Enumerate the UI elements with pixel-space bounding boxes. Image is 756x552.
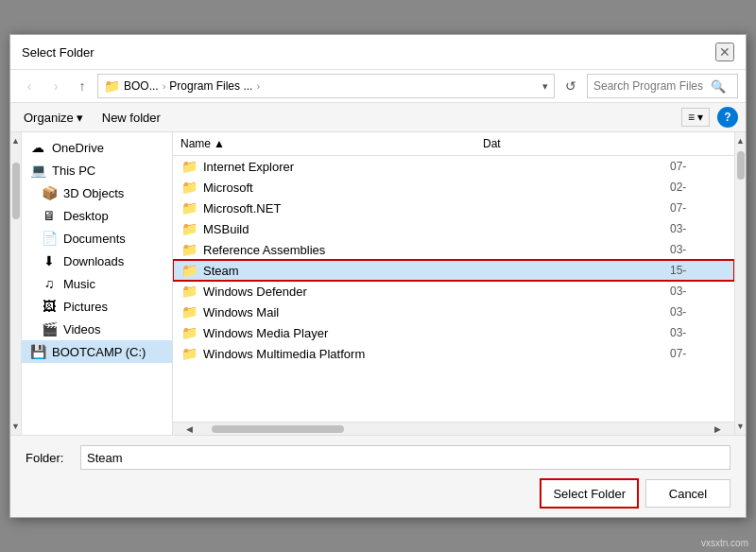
view-chevron: ▾ bbox=[697, 111, 703, 124]
downloads-icon: ⬇ bbox=[41, 253, 58, 268]
file-name-steam: Steam bbox=[203, 264, 664, 278]
this-pc-icon: 💻 bbox=[29, 163, 46, 178]
sidebar-item-downloads[interactable]: ⬇ Downloads bbox=[22, 250, 172, 272]
horizontal-scrollbar[interactable]: ◀ ▶ bbox=[173, 422, 734, 435]
sidebar-label-documents: Documents bbox=[63, 232, 126, 246]
address-sep1: › bbox=[163, 80, 166, 92]
file-row-microsoft-net[interactable]: 📁 Microsoft.NET 07- bbox=[173, 198, 734, 218]
dialog-title: Select Folder bbox=[22, 45, 94, 60]
sidebar-label-3d-objects: 3D Objects bbox=[63, 186, 124, 200]
file-name-windows-mail: Windows Mail bbox=[203, 305, 664, 319]
file-name-reference-assemblies: Reference Assemblies bbox=[203, 243, 664, 257]
sidebar-item-documents[interactable]: 📄 Documents bbox=[22, 227, 172, 250]
sidebar-label-music: Music bbox=[63, 277, 95, 291]
3d-objects-icon: 📦 bbox=[41, 185, 58, 200]
watermark: vxsxtn.com bbox=[701, 538, 748, 548]
file-date-windows-mail: 03- bbox=[670, 305, 727, 319]
sidebar-label-bootcamp: BOOTCAMP (C:) bbox=[52, 345, 146, 359]
sidebar-item-onedrive[interactable]: ☁ OneDrive bbox=[22, 136, 172, 159]
sidebar-label-videos: Videos bbox=[63, 322, 101, 336]
close-button[interactable]: ✕ bbox=[715, 43, 734, 61]
folder-icon-internet-explorer: 📁 bbox=[180, 159, 198, 174]
file-name-windows-multimedia-platform: Windows Multimedia Platform bbox=[203, 347, 664, 361]
search-box: 🔍 bbox=[587, 74, 738, 98]
address-bar[interactable]: 📁 BOO... › Program Files ... › ▾ bbox=[97, 74, 555, 98]
scroll-up-arrow[interactable]: ▲ bbox=[10, 134, 22, 147]
file-row-microsoft[interactable]: 📁 Microsoft 02- bbox=[173, 177, 734, 198]
folder-icon-microsoft: 📁 bbox=[180, 180, 198, 195]
file-scrollbar-thumb bbox=[737, 151, 745, 180]
main-area: ▲ ▼ ☁ OneDrive 💻 This PC 📦 3D Objects 🖥 … bbox=[10, 132, 746, 435]
file-name-windows-media-player: Windows Media Player bbox=[203, 326, 664, 340]
sidebar-label-this-pc: This PC bbox=[52, 164, 95, 178]
bottom-area: Folder: Select Folder Cancel bbox=[10, 435, 746, 517]
search-icon: 🔍 bbox=[711, 79, 726, 94]
date-column-header[interactable]: Dat bbox=[475, 134, 734, 153]
scroll-down-arrow[interactable]: ▼ bbox=[10, 420, 22, 433]
file-name-msbuild: MSBuild bbox=[203, 222, 664, 236]
up-button[interactable]: ↑ bbox=[71, 75, 94, 97]
date-col-label: Dat bbox=[483, 137, 501, 150]
nav-bar: ‹ › ↑ 📁 BOO... › Program Files ... › ▾ ↺… bbox=[10, 70, 746, 103]
sidebar-item-music[interactable]: ♫ Music bbox=[22, 272, 172, 295]
music-icon: ♫ bbox=[41, 276, 58, 291]
forward-button[interactable]: › bbox=[44, 75, 67, 97]
button-row: Select Folder Cancel bbox=[26, 479, 730, 508]
scroll-left-arrow[interactable]: ◀ bbox=[186, 424, 193, 434]
address-chevron[interactable]: ▾ bbox=[542, 80, 548, 93]
file-row-windows-defender[interactable]: 📁 Windows Defender 03- bbox=[173, 281, 734, 302]
file-row-windows-multimedia-platform[interactable]: 📁 Windows Multimedia Platform 07- bbox=[173, 343, 734, 364]
sidebar-label-downloads: Downloads bbox=[63, 254, 124, 268]
file-panel: Name ▲ Dat 📁 Internet Explorer 07- 📁 Mic… bbox=[173, 132, 734, 435]
file-list-scrollbar: ▲ ▼ bbox=[734, 132, 746, 435]
search-input[interactable] bbox=[593, 79, 707, 93]
file-date-microsoft-net: 07- bbox=[670, 201, 727, 215]
sidebar-label-onedrive: OneDrive bbox=[52, 141, 104, 155]
folder-input[interactable] bbox=[80, 445, 730, 470]
sidebar-item-bootcamp[interactable]: 💾 BOOTCAMP (C:) bbox=[22, 340, 172, 363]
file-date-windows-media-player: 03- bbox=[670, 326, 727, 339]
view-button[interactable]: ≡ ▾ bbox=[681, 108, 710, 127]
file-name-windows-defender: Windows Defender bbox=[203, 285, 664, 299]
file-scroll-down-arrow[interactable]: ▼ bbox=[734, 420, 746, 433]
file-row-reference-assemblies[interactable]: 📁 Reference Assemblies 03- bbox=[173, 239, 734, 260]
scrollbar-h-thumb bbox=[212, 425, 344, 433]
sidebar-item-3d-objects[interactable]: 📦 3D Objects bbox=[22, 181, 172, 204]
folder-icon-windows-multimedia-platform: 📁 bbox=[180, 346, 198, 361]
help-button[interactable]: ? bbox=[717, 107, 738, 128]
folder-icon-microsoft-net: 📁 bbox=[180, 200, 198, 216]
file-date-internet-explorer: 07- bbox=[670, 160, 727, 173]
title-bar: Select Folder ✕ bbox=[10, 35, 746, 70]
sidebar-item-videos[interactable]: 🎬 Videos bbox=[22, 318, 172, 340]
file-row-windows-media-player[interactable]: 📁 Windows Media Player 03- bbox=[173, 322, 734, 343]
file-scroll-up-arrow[interactable]: ▲ bbox=[734, 134, 746, 147]
cancel-button[interactable]: Cancel bbox=[645, 479, 730, 508]
scroll-right-arrow[interactable]: ▶ bbox=[714, 424, 721, 434]
address-folder-icon: 📁 bbox=[104, 78, 120, 94]
file-date-microsoft: 02- bbox=[670, 181, 727, 194]
name-col-label: Name bbox=[180, 137, 211, 150]
bootcamp-icon: 💾 bbox=[29, 344, 46, 359]
address-part2: Program Files ... bbox=[169, 79, 252, 93]
address-part1: BOO... bbox=[124, 79, 159, 93]
pictures-icon: 🖼 bbox=[41, 299, 58, 314]
select-folder-button[interactable]: Select Folder bbox=[541, 479, 638, 508]
file-row-steam[interactable]: 📁 Steam 15- bbox=[173, 260, 734, 281]
file-date-msbuild: 03- bbox=[670, 222, 727, 235]
file-row-internet-explorer[interactable]: 📁 Internet Explorer 07- bbox=[173, 156, 734, 177]
back-button[interactable]: ‹ bbox=[18, 75, 41, 97]
title-bar-left: Select Folder bbox=[22, 45, 94, 60]
new-folder-button[interactable]: New folder bbox=[96, 109, 166, 127]
sidebar-item-pictures[interactable]: 🖼 Pictures bbox=[22, 295, 172, 318]
sidebar-item-this-pc[interactable]: 💻 This PC bbox=[22, 159, 172, 181]
file-row-windows-mail[interactable]: 📁 Windows Mail 03- bbox=[173, 302, 734, 322]
file-row-msbuild[interactable]: 📁 MSBuild 03- bbox=[173, 218, 734, 239]
new-folder-label: New folder bbox=[102, 111, 161, 125]
toolbar: Organize ▾ New folder ≡ ▾ ? bbox=[10, 103, 746, 132]
file-date-steam: 15- bbox=[670, 264, 727, 277]
organize-button[interactable]: Organize ▾ bbox=[18, 109, 89, 127]
sidebar-item-desktop[interactable]: 🖥 Desktop bbox=[22, 204, 172, 227]
file-list: 📁 Internet Explorer 07- 📁 Microsoft 02- … bbox=[173, 156, 734, 422]
refresh-button[interactable]: ↺ bbox=[558, 74, 583, 98]
name-column-header[interactable]: Name ▲ bbox=[173, 134, 475, 153]
